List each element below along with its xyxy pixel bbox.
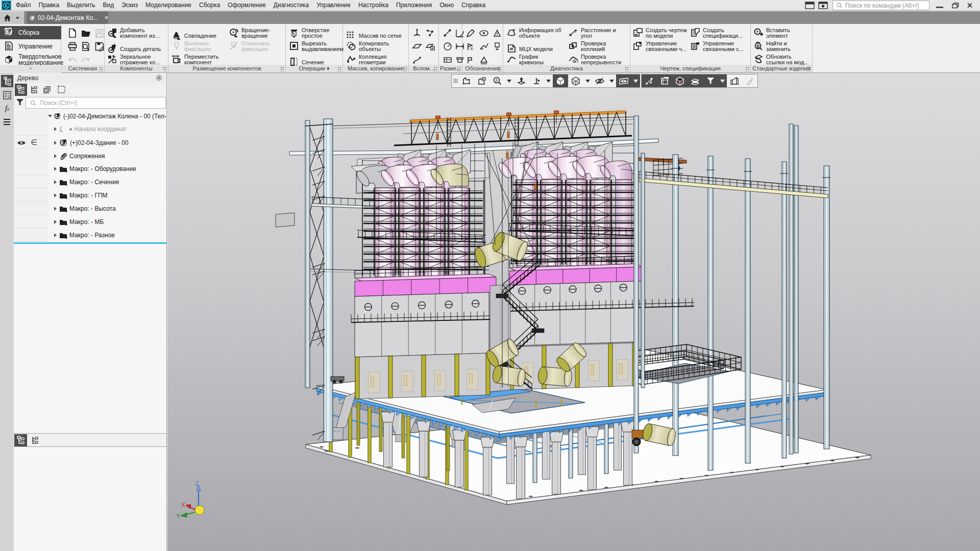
svg-text:Y: Y xyxy=(176,513,180,520)
svg-text:1:1: 1:1 xyxy=(18,86,21,88)
svg-text:?: ? xyxy=(512,28,516,33)
svg-text:?: ? xyxy=(574,29,577,34)
svg-text:E: E xyxy=(471,46,473,51)
svg-text:Z: Z xyxy=(195,480,199,487)
svg-text:X: X xyxy=(181,502,185,509)
svg-text:1:1: 1:1 xyxy=(18,436,21,439)
svg-text:B: B xyxy=(756,44,760,49)
svg-text:G?: G? xyxy=(573,59,578,64)
